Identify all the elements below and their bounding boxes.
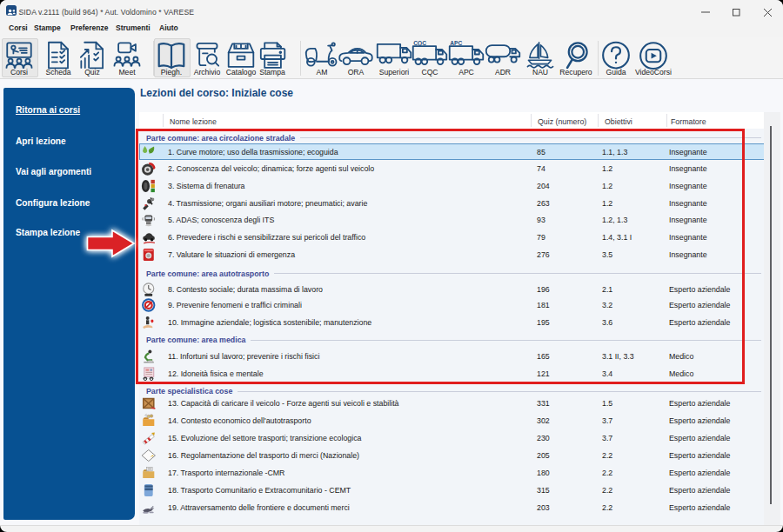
svg-text:APC: APC	[450, 40, 462, 46]
svg-text:CQC: CQC	[413, 40, 426, 47]
